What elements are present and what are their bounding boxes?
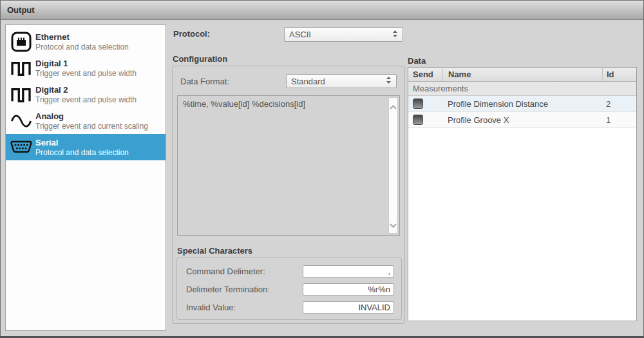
sidebar-item-digital2[interactable]: Digital 2 Trigger event and pulse width	[6, 81, 166, 108]
protocol-select[interactable]: ASCII	[284, 27, 403, 42]
group-row-measurements: Measurements	[408, 82, 636, 96]
sine-icon	[8, 114, 34, 128]
pulse-icon	[8, 86, 34, 103]
configuration-heading: Configuration	[173, 54, 227, 64]
column-header-name: Name	[442, 68, 602, 81]
sidebar-item-title: Analog	[35, 111, 148, 122]
sidebar-item-digital1[interactable]: Digital 1 Trigger event and pulse width	[6, 55, 166, 81]
content-area: Ethernet Protocol and data selection Dig…	[1, 21, 643, 336]
send-checkbox[interactable]	[413, 99, 423, 109]
window-titlebar[interactable]: Output	[1, 1, 643, 20]
ethernet-icon	[8, 32, 34, 52]
scroll-down-icon[interactable]	[390, 219, 397, 230]
format-text: %time, %value[id] %decisions[id]	[183, 99, 305, 109]
measurement-id: 2	[602, 99, 636, 109]
format-textarea[interactable]: %time, %value[id] %decisions[id]	[177, 95, 400, 236]
sidebar-item-subtitle: Trigger event and pulse width	[35, 95, 137, 105]
data-table-header: Send Name Id	[408, 68, 636, 82]
window-title: Output	[7, 5, 35, 15]
data-format-select-value: Standard	[291, 77, 325, 86]
sidebar-item-title: Digital 2	[35, 84, 137, 95]
protocol-label: Protocol:	[173, 29, 210, 39]
sidebar-item-subtitle: Protocol and data selection	[35, 148, 129, 158]
sidebar-item-subtitle: Trigger event and pulse width	[35, 69, 137, 79]
data-table: Send Name Id Measurements Profile Dimens…	[408, 67, 637, 321]
sidebar-item-title: Serial	[35, 137, 129, 148]
special-characters-heading: Special Characters	[177, 246, 252, 256]
sidebar-item-subtitle: Protocol and data selection	[35, 42, 129, 52]
invalid-value-input[interactable]	[303, 301, 394, 314]
textarea-scrollbar[interactable]	[388, 97, 398, 234]
data-heading: Data	[408, 56, 426, 66]
scroll-up-icon[interactable]	[390, 100, 397, 112]
measurement-name: Profile Dimension Distance	[442, 99, 602, 109]
serial-port-icon	[8, 140, 34, 155]
data-format-select[interactable]: Standard	[286, 74, 397, 88]
command-delimeter-label: Command Delimeter:	[186, 267, 265, 276]
sidebar-item-ethernet[interactable]: Ethernet Protocol and data selection	[6, 28, 166, 55]
sidebar-item-title: Ethernet	[35, 32, 129, 42]
pulse-icon	[8, 60, 34, 77]
protocol-select-value: ASCII	[289, 30, 311, 39]
column-header-id: Id	[602, 68, 636, 81]
send-checkbox[interactable]	[413, 115, 423, 125]
special-characters-box: Command Delimeter: Delimeter Termination…	[176, 258, 402, 320]
invalid-value-label: Invalid Value:	[186, 303, 236, 312]
output-window: Output Ethernet Protocol and data select…	[0, 0, 644, 338]
output-sidebar: Ethernet Protocol and data selection Dig…	[5, 24, 166, 331]
data-format-label: Data Format:	[180, 77, 229, 86]
measurement-name: Profile Groove X	[442, 115, 602, 125]
configuration-box: Data Format: Standard %time, %value[id] …	[172, 66, 405, 324]
spinner-icon	[392, 30, 398, 40]
table-row[interactable]: Profile Dimension Distance 2	[408, 96, 636, 112]
table-row[interactable]: Profile Groove X 1	[408, 112, 636, 128]
measurement-id: 1	[602, 115, 636, 125]
delimeter-termination-input[interactable]	[303, 283, 394, 296]
sidebar-item-analog[interactable]: Analog Trigger event and current scaling	[6, 108, 166, 134]
column-header-send: Send	[408, 68, 442, 81]
sidebar-item-title: Digital 1	[35, 58, 137, 69]
spinner-icon	[386, 76, 392, 86]
command-delimeter-input[interactable]	[303, 265, 394, 277]
sidebar-item-serial[interactable]: Serial Protocol and data selection	[6, 134, 166, 160]
sidebar-item-subtitle: Trigger event and current scaling	[35, 122, 148, 131]
delimeter-termination-label: Delimeter Termination:	[186, 285, 270, 294]
